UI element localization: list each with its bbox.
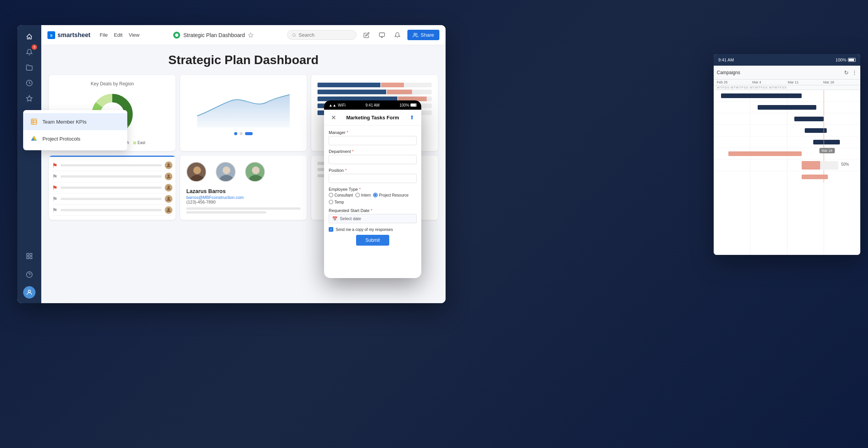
document-title: Strategic Plan Dashboard bbox=[146, 32, 281, 39]
gantt-row-1 bbox=[714, 90, 860, 102]
copy-response-checkbox-row[interactable]: ✓ Send me a copy of my responses bbox=[329, 227, 417, 232]
favorite-star-icon[interactable] bbox=[248, 32, 253, 38]
radio-intern[interactable]: Intern bbox=[355, 193, 371, 197]
menu-edit[interactable]: Edit bbox=[114, 32, 122, 38]
form-submit-button[interactable]: Submit bbox=[356, 235, 389, 246]
present-icon-button[interactable] bbox=[377, 30, 387, 41]
gantt-row-5 bbox=[714, 136, 860, 148]
row-bar-4 bbox=[61, 198, 162, 200]
dropdown-panel[interactable]: Team Member KPIs Project Protocols bbox=[23, 110, 127, 150]
copy-response-checkbox[interactable]: ✓ bbox=[329, 227, 333, 232]
contact-bar-2 bbox=[186, 211, 266, 214]
sheet-row-5: ⚑ bbox=[52, 205, 172, 216]
menu-file[interactable]: File bbox=[100, 32, 108, 38]
row-avatar-3 bbox=[165, 184, 172, 192]
sidebar-item-star[interactable] bbox=[22, 92, 36, 105]
battery-icon bbox=[848, 58, 856, 62]
avatar-lazarus bbox=[186, 162, 206, 182]
menu-view[interactable]: View bbox=[129, 32, 140, 38]
contact-name: Lazarus Barros bbox=[186, 188, 301, 194]
dropdown-item-text-project-protocols: Project Protocols bbox=[42, 136, 80, 142]
google-drive-svg bbox=[30, 135, 37, 142]
gantt-refresh-icon[interactable]: ↻ bbox=[844, 70, 849, 76]
start-date-label: Requested Start Date * bbox=[329, 208, 417, 213]
radio-temp[interactable]: Temp bbox=[329, 200, 344, 204]
svg-point-21 bbox=[167, 163, 170, 166]
sheet-row-3: ⚑ bbox=[52, 182, 172, 193]
gantt-row-2 bbox=[714, 102, 860, 113]
sidebar-item-bell[interactable]: 3 bbox=[22, 45, 36, 59]
gantt-battery: 100% bbox=[836, 58, 846, 62]
mobile-share-button[interactable]: ⬆ bbox=[407, 113, 417, 122]
table-icon bbox=[29, 117, 39, 126]
employee-type-label: Employee Type * bbox=[329, 187, 417, 192]
row-avatar-2 bbox=[165, 173, 172, 180]
contact-avatar-3 bbox=[245, 162, 265, 182]
department-input[interactable] bbox=[329, 155, 417, 164]
gantt-more-icon[interactable]: ⋮ bbox=[852, 70, 857, 76]
gantt-date-headers: Feb 25 Mar 4 Mar 11 Mar 18 bbox=[714, 80, 860, 85]
gantt-progress-bar-track bbox=[802, 161, 838, 170]
radio-dot-project-resource bbox=[374, 194, 377, 196]
sheet-rows: ⚑ ⚑ bbox=[49, 157, 176, 219]
contact-avatar-2 bbox=[216, 162, 236, 182]
manager-input[interactable] bbox=[329, 136, 417, 145]
row-avatar-4 bbox=[165, 195, 172, 203]
nav-dot-3[interactable] bbox=[245, 132, 253, 135]
dropdown-item-team-kpis[interactable]: Team Member KPIs bbox=[23, 113, 127, 130]
date-picker-input[interactable]: 📅 Select date bbox=[329, 214, 417, 223]
employee-type-radio-group: Consultant Intern Project Resource Temp bbox=[329, 193, 417, 204]
notify-icon-button[interactable] bbox=[392, 30, 403, 41]
position-input[interactable] bbox=[329, 174, 417, 183]
svg-point-14 bbox=[414, 33, 416, 35]
sidebar-item-clock[interactable] bbox=[22, 76, 36, 90]
gantt-date-mar18: Mar 18 bbox=[823, 80, 857, 84]
sidebar-item-folder[interactable] bbox=[22, 61, 36, 75]
radio-label-project-resource: Project Resource bbox=[379, 193, 409, 197]
gantt-bar-3 bbox=[794, 117, 824, 121]
sidebar: 3 bbox=[17, 25, 41, 303]
search-box[interactable] bbox=[287, 30, 356, 40]
svg-rect-7 bbox=[30, 257, 32, 259]
mobile-form-body: Manager * Department * Position * Employ… bbox=[324, 126, 421, 278]
gantt-row-8 bbox=[714, 171, 860, 183]
sheet-row-1: ⚑ bbox=[52, 160, 172, 171]
gantt-row-4 bbox=[714, 125, 860, 136]
contact-email[interactable]: barros@MBFconstruction.com bbox=[186, 195, 301, 200]
mobile-form-title: Marketing Tasks Form bbox=[341, 115, 404, 120]
radio-consultant[interactable]: Consultant bbox=[329, 193, 353, 197]
area-chart-svg bbox=[186, 81, 301, 127]
sidebar-item-help[interactable] bbox=[22, 268, 36, 282]
edit-icon-button[interactable] bbox=[361, 30, 372, 41]
share-button[interactable]: Share bbox=[407, 30, 439, 40]
svg-rect-32 bbox=[31, 119, 37, 124]
sheet-row-4: ⚑ bbox=[52, 193, 172, 205]
gantt-window: 9:41 AM 100% Campaigns ↻ ⋮ Feb 25 Mar 4 … bbox=[714, 54, 860, 255]
logo-text: smartsheet bbox=[57, 32, 90, 39]
gantt-bar-8 bbox=[802, 175, 828, 179]
sidebar-item-home[interactable] bbox=[22, 30, 36, 44]
contact-avatar-main bbox=[186, 162, 206, 182]
mobile-close-button[interactable]: ✕ bbox=[329, 113, 338, 122]
gantt-status-right: 100% bbox=[836, 58, 856, 62]
radio-circle-temp bbox=[329, 200, 333, 204]
svg-point-23 bbox=[167, 186, 170, 188]
department-field: Department * bbox=[329, 149, 417, 164]
svg-rect-13 bbox=[380, 33, 385, 36]
nav-dot-2[interactable] bbox=[240, 132, 243, 135]
sidebar-item-grid[interactable] bbox=[22, 249, 36, 263]
radio-project-resource[interactable]: Project Resource bbox=[373, 193, 409, 197]
dropdown-item-text-team-kpis: Team Member KPIs bbox=[42, 119, 86, 125]
gantt-bars-container: Mar 18 50% bbox=[714, 90, 860, 183]
position-field: Position * bbox=[329, 168, 417, 183]
mobile-battery-text: 100% bbox=[399, 103, 409, 107]
gantt-row-7: 50% bbox=[714, 160, 860, 171]
search-input[interactable] bbox=[299, 32, 351, 38]
user-avatar[interactable] bbox=[23, 286, 35, 299]
svg-marker-11 bbox=[248, 33, 253, 37]
nav-dot-1[interactable] bbox=[234, 132, 237, 135]
radio-label-consultant: Consultant bbox=[334, 193, 353, 197]
svg-rect-6 bbox=[27, 257, 29, 259]
dropdown-item-project-protocols[interactable]: Project Protocols bbox=[23, 130, 127, 147]
avatar-3 bbox=[245, 162, 265, 182]
